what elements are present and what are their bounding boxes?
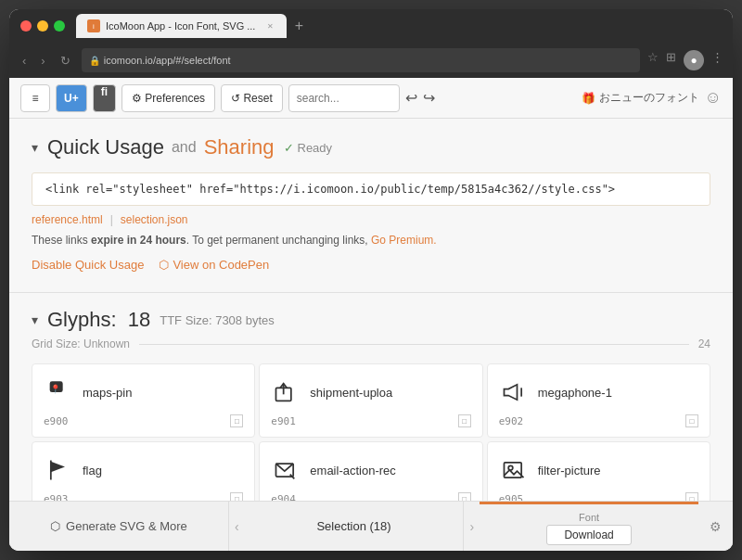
- download-button[interactable]: Download: [546, 525, 631, 545]
- refresh-button[interactable]: ↻: [57, 52, 74, 70]
- fi-button[interactable]: fi: [93, 84, 116, 112]
- maximize-button[interactable]: [54, 20, 65, 32]
- icon-main-row: 📍 maps-pin: [44, 377, 243, 407]
- shipment-upload-icon: [271, 377, 301, 407]
- icon-code-row: e900 □: [44, 414, 243, 427]
- reference-html-link[interactable]: reference.html: [32, 213, 103, 226]
- close-button[interactable]: [20, 20, 32, 32]
- active-tab[interactable]: i IcoMoon App - Icon Font, SVG ... ✕: [76, 14, 287, 38]
- account-icon[interactable]: ●: [684, 50, 704, 70]
- reset-button[interactable]: ↺ Reset: [221, 84, 283, 112]
- generate-svg-icon: ⬡: [50, 519, 60, 533]
- jp-text-area: 🎁 おニューのフォント: [582, 90, 699, 106]
- traffic-lights: [20, 20, 65, 32]
- font-section[interactable]: Font Download: [480, 502, 698, 551]
- new-tab-button[interactable]: +: [287, 14, 311, 38]
- icon-main-row: megaphone-1: [499, 377, 698, 407]
- reset-label: ↺ Reset: [231, 92, 273, 105]
- icon-item: shipment-uploa e901 □: [259, 363, 482, 438]
- svg-rect-10: [504, 463, 521, 477]
- undo-button[interactable]: ↩: [405, 89, 417, 107]
- icon-item: megaphone-1 e902 □: [487, 363, 710, 438]
- address-bar[interactable]: 🔒 icomoon.io/app/#/select/font: [82, 48, 640, 72]
- minimize-button[interactable]: [37, 20, 48, 32]
- redo-button[interactable]: ↪: [423, 89, 435, 107]
- nav-actions: ☆ ⊞ ● ⋮: [647, 50, 723, 70]
- menu-dots-icon[interactable]: ⋮: [711, 50, 723, 70]
- icon-code-row: e902 □: [499, 414, 698, 427]
- copy-code-button[interactable]: □: [230, 414, 243, 427]
- u-plus-button[interactable]: U+: [56, 84, 87, 112]
- disable-quick-usage-link[interactable]: Disable Quick Usage: [32, 258, 144, 272]
- smiley-icon[interactable]: ☺: [705, 88, 722, 108]
- selection-button[interactable]: Selection (18): [245, 502, 465, 551]
- u-plus-label: U+: [64, 92, 79, 105]
- email-action-icon: [271, 455, 301, 485]
- grid-size-line: [139, 344, 689, 345]
- settings-gear-icon[interactable]: ⚙: [698, 519, 733, 534]
- icon-code-megaphone: e902: [499, 415, 524, 427]
- gift-icon: 🎁: [582, 92, 595, 105]
- ttf-info: TTF Size: 7308 bytes: [160, 313, 275, 327]
- quick-usage-title: Quick Usage: [47, 135, 164, 159]
- preferences-label: ⚙ Preferences: [132, 92, 205, 105]
- navbar: ‹ › ↻ 🔒 icomoon.io/app/#/select/font ☆ ⊞…: [9, 43, 733, 78]
- hamburger-icon: ≡: [32, 92, 38, 105]
- icon-code-row: e901 □: [271, 414, 470, 427]
- glyphs-label: Glyphs:: [47, 308, 117, 331]
- titlebar: i IcoMoon App - Icon Font, SVG ... ✕ +: [9, 9, 733, 43]
- grid-size-row: Grid Size: Unknown 24: [32, 337, 710, 350]
- right-chevron-icon: ›: [464, 519, 480, 534]
- toolbar: ≡ U+ fi ⚙ Preferences ↺ Reset ↩ ↪ 🎁 おニュー…: [9, 78, 733, 119]
- codepen-icon: ⬡: [159, 258, 169, 272]
- back-button[interactable]: ‹: [19, 52, 30, 70]
- grid-size-number: 24: [698, 337, 710, 350]
- icon-name-filter-picture: filter-picture: [538, 464, 601, 477]
- icon-code-maps-pin: e900: [44, 415, 69, 427]
- bottom-bar: ⬡ Generate SVG & More ‹ Selection (18) ›…: [9, 501, 733, 551]
- ready-badge: ✓ Ready: [284, 141, 333, 155]
- icon-main-row: flag: [44, 455, 243, 485]
- bookmark-star-icon[interactable]: ☆: [647, 50, 659, 70]
- copy-code-button[interactable]: □: [685, 414, 698, 427]
- ready-text: Ready: [298, 141, 333, 155]
- hamburger-menu-button[interactable]: ≡: [20, 84, 50, 112]
- generate-svg-label: Generate SVG & More: [66, 519, 187, 533]
- glyphs-collapse-arrow-icon[interactable]: ▾: [32, 312, 38, 327]
- fi-label: fi: [101, 85, 108, 98]
- tab-title: IcoMoon App - Icon Font, SVG ...: [106, 20, 255, 32]
- css-link-code[interactable]: <link rel="stylesheet" href="https://i.i…: [32, 172, 710, 206]
- selection-label: Selection (18): [316, 519, 390, 533]
- collapse-arrow-icon[interactable]: ▾: [32, 140, 38, 155]
- glyphs-section: ▾ Glyphs: 18 TTF Size: 7308 bytes Grid S…: [9, 308, 733, 532]
- svg-text:📍: 📍: [50, 384, 61, 395]
- address-text: icomoon.io/app/#/select/font: [104, 55, 231, 66]
- icon-name-flag: flag: [83, 464, 102, 477]
- grid-size-label: Grid Size: Unknown: [32, 337, 130, 350]
- ref-links-row: reference.html | selection.json: [32, 213, 710, 226]
- search-input[interactable]: [288, 84, 400, 112]
- preferences-button[interactable]: ⚙ Preferences: [122, 84, 215, 112]
- forward-button[interactable]: ›: [37, 52, 48, 70]
- tab-close-button[interactable]: ✕: [264, 20, 275, 32]
- left-chevron-icon: ‹: [229, 519, 245, 534]
- css-link-text: <link rel="stylesheet" href="https://i.i…: [45, 183, 615, 196]
- generate-svg-button[interactable]: ⬡ Generate SVG & More: [9, 502, 229, 551]
- section-divider: [9, 292, 733, 293]
- icon-code-shipment: e901: [271, 415, 296, 427]
- icon-name-shipment: shipment-uploa: [310, 386, 392, 400]
- undo-redo-group: ↩ ↪: [405, 89, 435, 107]
- glyphs-count: 18: [128, 308, 150, 331]
- icon-item: 📍 maps-pin e900 □: [32, 363, 255, 438]
- download-label: Download: [564, 528, 613, 541]
- filter-picture-icon: [499, 455, 529, 485]
- tab-bar: i IcoMoon App - Icon Font, SVG ... ✕ +: [76, 14, 722, 38]
- view-on-codepen-link[interactable]: ⬡ View on CodePen: [159, 258, 269, 272]
- copy-code-button[interactable]: □: [458, 414, 471, 427]
- icon-main-row: filter-picture: [499, 455, 698, 485]
- go-premium-link[interactable]: Go Premium.: [371, 234, 437, 247]
- selection-json-link[interactable]: selection.json: [121, 213, 188, 226]
- font-top-indicator: [480, 502, 698, 504]
- action-links: Disable Quick Usage ⬡ View on CodePen: [32, 258, 710, 272]
- extensions-icon[interactable]: ⊞: [666, 50, 676, 70]
